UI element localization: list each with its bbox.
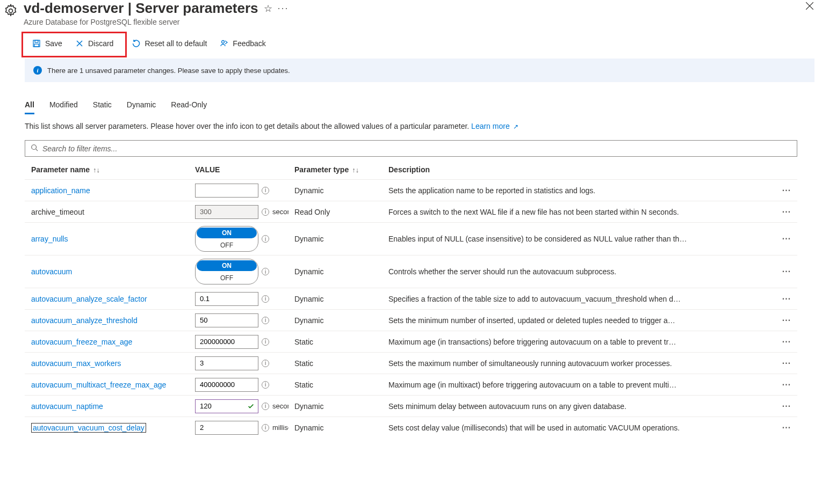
parameter-name-link[interactable]: autovacuum_max_workers: [31, 359, 121, 368]
tab-static[interactable]: Static: [93, 98, 112, 114]
sort-icon: ↑↓: [93, 166, 100, 174]
feedback-button[interactable]: Feedback: [214, 36, 271, 51]
row-more-icon[interactable]: ···: [776, 316, 797, 325]
feedback-icon: [220, 39, 228, 48]
parameter-type: Dynamic: [294, 235, 388, 243]
unit-label: seconds: [272, 402, 289, 410]
unit-label: milliseconds: [272, 423, 289, 432]
table-row: autovacuum_multixact_freeze_max_ageiStat…: [25, 374, 797, 395]
parameter-type: Static: [294, 381, 388, 389]
reset-icon: [132, 39, 140, 48]
info-banner: i There are 1 unsaved parameter changes.…: [25, 59, 814, 82]
parameter-value-input[interactable]: [195, 292, 258, 306]
parameter-type: Dynamic: [294, 295, 388, 303]
info-icon[interactable]: i: [262, 360, 269, 367]
info-icon: i: [33, 66, 42, 75]
info-icon[interactable]: i: [262, 208, 269, 216]
parameter-value-input[interactable]: [195, 313, 258, 327]
info-icon[interactable]: i: [262, 235, 269, 243]
favorite-star-icon[interactable]: ☆: [264, 3, 272, 14]
col-description: Description: [388, 165, 776, 174]
table-row: autovacuumONOFFiDynamicControls whether …: [25, 255, 797, 288]
parameter-name-link[interactable]: autovacuum: [31, 267, 72, 276]
row-more-icon[interactable]: ···: [776, 267, 797, 276]
reset-button[interactable]: Reset all to default: [126, 36, 212, 51]
row-more-icon[interactable]: ···: [776, 294, 797, 304]
info-icon[interactable]: i: [262, 424, 269, 432]
parameter-description: Specifies a fraction of the table size t…: [388, 295, 776, 303]
parameter-description: Forces a switch to the next WAL file if …: [388, 208, 776, 216]
table-row: autovacuum_freeze_max_ageiStaticMaximum …: [25, 331, 797, 352]
parameter-type: Static: [294, 338, 388, 346]
learn-more-link[interactable]: Learn more ↗: [471, 122, 518, 130]
close-icon[interactable]: [805, 0, 814, 14]
svg-point-0: [9, 9, 13, 13]
search-input[interactable]: [42, 144, 791, 153]
parameter-name-link[interactable]: autovacuum_multixact_freeze_max_age: [31, 381, 166, 389]
search-icon: [31, 144, 38, 153]
table-row: autovacuum_analyze_thresholdiDynamicSets…: [25, 309, 797, 331]
info-icon[interactable]: i: [262, 317, 269, 324]
parameter-value-input[interactable]: [195, 356, 258, 370]
col-parameter-type[interactable]: Parameter type↑↓: [294, 165, 388, 174]
toggle-switch[interactable]: ONOFF: [195, 226, 258, 252]
parameter-name-link[interactable]: autovacuum_analyze_threshold: [31, 316, 138, 325]
parameter-value-input[interactable]: [195, 335, 258, 349]
table-row: autovacuum_naptimeisecondsDynamicSets mi…: [25, 395, 797, 417]
parameter-name-link[interactable]: autovacuum_freeze_max_age: [31, 338, 132, 346]
info-icon[interactable]: i: [262, 381, 269, 389]
save-button[interactable]: Save: [27, 36, 68, 51]
toggle-on[interactable]: ON: [197, 260, 257, 271]
row-more-icon[interactable]: ···: [776, 380, 797, 390]
parameter-type: Dynamic: [294, 402, 388, 411]
parameter-description: Sets minimum delay between autovacuum ru…: [388, 402, 776, 411]
parameter-value-input[interactable]: [195, 378, 258, 392]
parameter-type: Dynamic: [294, 267, 388, 276]
tab-modified[interactable]: Modified: [49, 98, 78, 114]
search-container[interactable]: [25, 140, 797, 157]
discard-button[interactable]: Discard: [70, 36, 119, 51]
parameter-name-link[interactable]: autovacuum_vacuum_cost_delay: [31, 423, 146, 433]
svg-point-5: [32, 145, 37, 150]
toggle-off[interactable]: OFF: [196, 272, 258, 284]
parameter-name-link: archive_timeout: [31, 208, 84, 216]
row-more-icon[interactable]: ···: [776, 423, 797, 433]
tab-dynamic[interactable]: Dynamic: [127, 98, 156, 114]
parameter-type: Read Only: [294, 208, 388, 216]
parameter-description: Sets the application name to be reported…: [388, 186, 776, 195]
toggle-off[interactable]: OFF: [196, 239, 258, 251]
toggle-switch[interactable]: ONOFF: [195, 259, 258, 284]
parameter-type: Dynamic: [294, 423, 388, 432]
parameter-name-link[interactable]: autovacuum_naptime: [31, 402, 103, 411]
row-more-icon[interactable]: ···: [776, 207, 797, 217]
toggle-on[interactable]: ON: [197, 228, 257, 238]
tab-readonly[interactable]: Read-Only: [171, 98, 207, 114]
col-parameter-name[interactable]: Parameter name↑↓: [31, 165, 195, 174]
tabs: All Modified Static Dynamic Read-Only: [0, 82, 822, 114]
info-icon[interactable]: i: [262, 295, 269, 303]
parameter-type: Dynamic: [294, 186, 388, 195]
parameter-value-input[interactable]: [195, 399, 258, 413]
parameter-value-input[interactable]: [195, 184, 258, 198]
parameters-table: Parameter name↑↓ VALUE Parameter type↑↓ …: [25, 159, 797, 438]
row-more-icon[interactable]: ···: [776, 186, 797, 195]
parameter-name-link[interactable]: array_nulls: [31, 235, 68, 243]
table-row: autovacuum_vacuum_cost_delayimillisecond…: [25, 417, 797, 438]
table-row: array_nullsONOFFiDynamicEnables input of…: [25, 222, 797, 255]
parameter-description: Maximum age (in transactions) before tri…: [388, 338, 776, 346]
header-more-icon[interactable]: ···: [278, 3, 289, 14]
parameter-name-link[interactable]: autovacuum_analyze_scale_factor: [31, 295, 147, 303]
external-link-icon: ↗: [513, 123, 518, 130]
row-more-icon[interactable]: ···: [776, 359, 797, 368]
info-icon[interactable]: i: [262, 268, 269, 275]
info-icon[interactable]: i: [262, 187, 269, 194]
row-more-icon[interactable]: ···: [776, 401, 797, 411]
parameter-value-input[interactable]: [195, 421, 258, 435]
info-icon[interactable]: i: [262, 403, 269, 410]
tab-all[interactable]: All: [25, 98, 34, 114]
row-more-icon[interactable]: ···: [776, 337, 797, 347]
info-icon[interactable]: i: [262, 338, 269, 346]
parameter-name-link[interactable]: application_name: [31, 186, 90, 195]
save-icon: [32, 39, 41, 48]
row-more-icon[interactable]: ···: [776, 234, 797, 244]
